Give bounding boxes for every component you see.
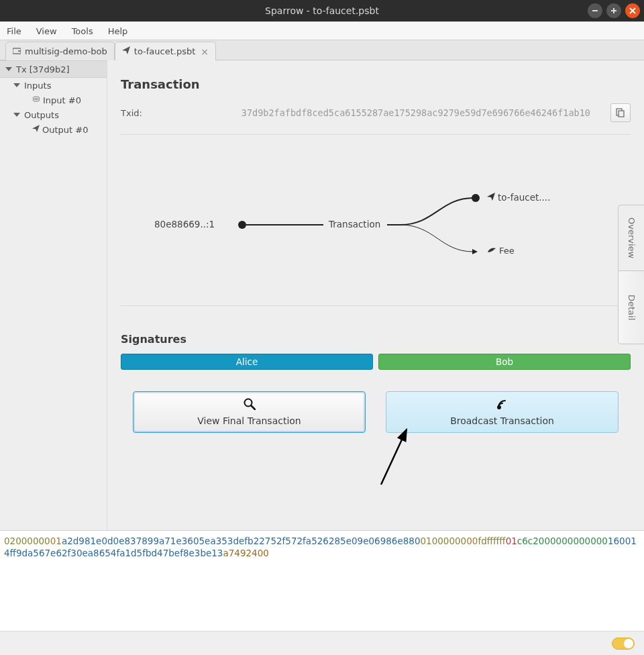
menu-file[interactable]: File: [7, 26, 21, 36]
svg-rect-6: [18, 50, 21, 52]
tree-outputs-label: Outputs: [24, 110, 59, 120]
hex-seg-scriptsiglen: 00: [466, 536, 478, 546]
diagram-input-dot: [238, 221, 246, 229]
hex-seg-sequence: fdffffff: [478, 536, 505, 546]
tab-psbt[interactable]: to-faucet.psbt ×: [115, 42, 216, 60]
side-tab-detail[interactable]: Detail: [618, 270, 644, 344]
send-icon: [32, 125, 40, 134]
wallet-icon: [13, 47, 21, 56]
tree-input0-label: Input #0: [43, 95, 81, 105]
hex-seg-vout: 01000000: [421, 536, 467, 546]
send-icon: [122, 46, 130, 56]
tree-inputs[interactable]: Inputs: [0, 78, 107, 93]
signature-bob[interactable]: Bob: [378, 354, 631, 370]
diagram-curve-svg: [400, 195, 481, 257]
menu-help[interactable]: Help: [108, 26, 128, 36]
svg-line-12: [251, 406, 255, 410]
tab-wallet[interactable]: multisig-demo-bob: [5, 42, 115, 60]
tree-tx-label: Tx [37d9b2]: [16, 64, 70, 74]
diagram-output1-label: to-faucet....: [498, 192, 550, 203]
window-close-button[interactable]: [625, 3, 640, 18]
hex-seg-locktime: a7492400: [223, 548, 268, 558]
window-minimize-button[interactable]: [588, 3, 602, 18]
main-panel: Transaction Txid: 37d9b2fafbdf8ced5ca615…: [107, 60, 644, 530]
side-tab-overview-label: Overview: [627, 217, 637, 258]
side-tab-detail-label: Detail: [627, 295, 637, 320]
connection-toggle[interactable]: [612, 638, 635, 650]
hex-seg-incount: 01: [50, 536, 62, 546]
diagram-line-out: [387, 224, 400, 225]
coins-icon: [32, 96, 40, 105]
hex-seg-outcount: 01: [506, 536, 517, 546]
broadcast-label: Broadcast Transaction: [450, 415, 554, 426]
diagram-line-in: [246, 224, 323, 225]
signature-alice-label: Alice: [236, 356, 258, 367]
tree-outputs[interactable]: Outputs: [0, 107, 107, 122]
tree-output-0[interactable]: Output #0: [0, 122, 107, 137]
copy-txid-button[interactable]: [610, 103, 631, 122]
tree-tx-header[interactable]: Tx [37d9b2]: [0, 60, 107, 78]
menu-tools[interactable]: Tools: [72, 26, 93, 36]
detail-side-tabs: Overview Detail: [618, 205, 644, 344]
separator: [121, 134, 631, 135]
diagram-output1-row: to-faucet....: [487, 192, 550, 203]
diagram-fee-arrow-icon: [472, 249, 479, 256]
magnifier-icon: [244, 398, 256, 413]
tab-wallet-label: multisig-demo-bob: [25, 46, 107, 56]
tree-input-0[interactable]: Input #0: [0, 93, 107, 107]
hex-seg-amount: c6c2000000000000: [517, 536, 608, 546]
transaction-heading: Transaction: [121, 77, 631, 91]
fee-icon: [487, 246, 496, 256]
hex-seg-txid: a2d981e0d0e837899a71e3605ea353defb22752f…: [62, 536, 421, 546]
tab-close-icon[interactable]: ×: [201, 46, 209, 57]
txid-row: Txid: 37d9b2fafbdf8ced5ca6155287ae175298…: [121, 103, 631, 122]
side-tab-overview[interactable]: Overview: [618, 205, 644, 270]
diagram-output2-label: Fee: [499, 246, 515, 256]
send-icon: [487, 192, 495, 203]
status-bar: [0, 631, 644, 655]
annotation-arrow: [376, 423, 416, 490]
window-maximize-button[interactable]: [606, 3, 621, 18]
window-titlebar: Sparrow - to-faucet.psbt: [0, 0, 644, 21]
signature-bob-label: Bob: [496, 356, 513, 367]
menu-view[interactable]: View: [36, 26, 57, 36]
txid-label: Txid:: [121, 108, 142, 118]
svg-line-14: [381, 430, 407, 485]
signatures-heading: Signatures: [121, 333, 631, 346]
diagram-center-label: Transaction: [329, 219, 380, 230]
diagram-output2-row: Fee: [487, 246, 515, 256]
tab-strip: multisig-demo-bob to-faucet.psbt ×: [0, 40, 644, 60]
txid-value: 37d9b2fafbdf8ced5ca6155287ae175298ac9279…: [241, 107, 590, 118]
svg-point-13: [497, 405, 501, 409]
hex-seg-version: 02000000: [4, 536, 50, 546]
transaction-diagram: 80e88669..:1 Transaction to-faucet.... F…: [121, 147, 631, 301]
tree-inputs-label: Inputs: [24, 81, 51, 91]
tab-psbt-label: to-faucet.psbt: [134, 46, 196, 56]
copy-icon: [616, 108, 625, 117]
separator: [121, 305, 631, 306]
signature-alice[interactable]: Alice: [121, 354, 373, 370]
diagram-input-label: 80e88669..:1: [154, 219, 215, 230]
diagram-output1-dot: [472, 194, 480, 202]
window-title: Sparrow - to-faucet.psbt: [0, 5, 644, 16]
tree-output0-label: Output #0: [42, 125, 88, 135]
view-final-label: View Final Transaction: [197, 415, 301, 426]
sidebar-tree: Tx [37d9b2] Inputs Input #0 Outputs Outp…: [0, 60, 107, 530]
svg-rect-10: [619, 111, 624, 117]
hex-panel[interactable]: 0200000001a2d981e0d0e837899a71e3605ea353…: [0, 530, 644, 631]
menu-bar: File View Tools Help: [0, 21, 644, 40]
signatures-panel: Signatures Alice Bob View Final Transact…: [121, 333, 631, 433]
broadcast-icon: [496, 398, 509, 413]
broadcast-transaction-button[interactable]: Broadcast Transaction: [386, 391, 619, 433]
view-final-transaction-button[interactable]: View Final Transaction: [133, 391, 366, 433]
